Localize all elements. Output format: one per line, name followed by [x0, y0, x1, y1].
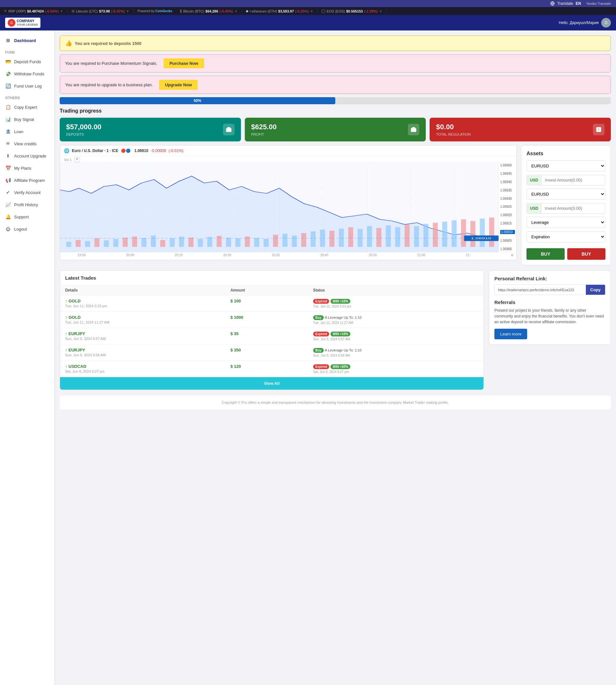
- sidebar-item-affiliate-program[interactable]: 📢 Affiliate Program: [0, 174, 54, 186]
- progress-fill: 50%: [60, 97, 335, 104]
- col-details: Details: [65, 288, 230, 293]
- profit-label: PROFIT: [251, 133, 277, 136]
- upgrade-now-button[interactable]: Upgrade Now: [159, 80, 198, 90]
- svg-rect-45: [423, 224, 428, 247]
- sidebar-item-buy-signal[interactable]: 📊 Buy Signal: [0, 113, 54, 125]
- trade-date-2: Tue, Jun 11, 2024 11:27 AM: [65, 320, 230, 324]
- sidebar-item-dashboard[interactable]: ⊞ Dashboard: [0, 34, 54, 46]
- affiliate-program-icon: 📢: [5, 177, 11, 183]
- trade-date-5: Sat, Jun 8, 2024 6:27 pm: [65, 369, 230, 373]
- trade-status-2: Buy A Leverage Up To: 1:10 Tue, Jun 11, …: [313, 315, 478, 324]
- svg-rect-3: [411, 128, 416, 132]
- alert-signal-text: You are required to Purchase Momentum Si…: [65, 61, 157, 66]
- trade-date-1: Tue, Jun 11, 2024 3:23 pm: [65, 304, 230, 308]
- leverage-select[interactable]: Leverage: [527, 217, 606, 228]
- learn-more-button[interactable]: Learn more: [494, 329, 527, 339]
- svg-rect-47: [442, 222, 447, 247]
- sidebar-item-account-upgrade[interactable]: ⬆ Account Upgrade: [0, 150, 54, 162]
- buy-button-red[interactable]: BUY: [567, 248, 606, 260]
- header-right: Hello: Дариушп/Мария D: [559, 18, 611, 28]
- translate-bar: Translate EN Yandex Translate: [0, 0, 616, 7]
- withdraw-funds-icon: 💸: [5, 71, 11, 77]
- svg-rect-12: [113, 239, 118, 247]
- withdraw-funds-label: Withdraw Funds: [14, 71, 44, 76]
- svg-rect-36: [339, 229, 344, 247]
- assets-invest-input-2[interactable]: [542, 203, 605, 213]
- copy-button[interactable]: Copy: [586, 285, 606, 295]
- ticker-xrp-name: XRP (XRP): [8, 9, 26, 13]
- svg-rect-2: [226, 128, 231, 132]
- svg-rect-43: [404, 225, 410, 247]
- chart-change-pct: (-0.01%): [169, 149, 183, 153]
- trade-symbol-5: ↑ USDCAD: [65, 364, 230, 369]
- sidebar-item-withdraw-funds[interactable]: 💸 Withdraw Funds: [0, 68, 54, 80]
- svg-rect-40: [376, 228, 381, 247]
- affiliate-program-label: Affiliate Program: [14, 178, 45, 183]
- expiration-select[interactable]: Expiration: [527, 231, 606, 243]
- purchase-now-button[interactable]: Purchase Now: [163, 59, 204, 68]
- svg-rect-27: [254, 238, 259, 247]
- svg-rect-25: [236, 238, 241, 247]
- referral-link-input[interactable]: [495, 286, 586, 294]
- trade-name-4: EURJPY: [69, 348, 85, 352]
- thumbs-up-icon: 👍: [65, 40, 72, 47]
- powered-label: Powered by: [138, 9, 156, 13]
- assets-invest-input-1[interactable]: [542, 175, 605, 185]
- trades-header: Details Amount Status: [60, 286, 484, 295]
- trade-direction-2: ↑: [65, 315, 67, 320]
- trade-direction-4: ↑: [65, 348, 67, 352]
- sidebar-item-fund-user-log[interactable]: 🔄 Fund User Log: [0, 80, 54, 92]
- dashboard-icon: ⊞: [5, 38, 11, 43]
- buy-button-green[interactable]: BUY: [527, 248, 565, 260]
- price-label-8: 1.06915: [500, 222, 515, 225]
- svg-rect-26: [245, 237, 250, 247]
- deposits-amount: $57,000.00: [66, 123, 102, 131]
- view-credits-label: View credits: [14, 141, 37, 146]
- assets-select-1[interactable]: EURUSD: [527, 160, 606, 172]
- price-label-7: 1.06920: [500, 213, 515, 217]
- progress-label: 50%: [194, 98, 201, 103]
- alert-upgrade: You are required to upgrade to a busines…: [60, 76, 611, 94]
- trade-symbol-4: ↑ EURJPY: [65, 348, 230, 352]
- vol-label: Vol 1: [64, 158, 71, 162]
- sidebar-item-deposit-funds[interactable]: 💳 Deposit Funds: [0, 55, 54, 68]
- sidebar-item-my-plans[interactable]: 📅 My Plans: [0, 162, 54, 174]
- sidebar-item-profit-history[interactable]: 📈 Profit History: [0, 199, 54, 211]
- svg-rect-7: [66, 242, 71, 247]
- regulation-amount: $0.00: [436, 123, 471, 131]
- sidebar-item-logout[interactable]: ⏻ Logout: [0, 223, 54, 235]
- sidebar-item-verify-account[interactable]: ✔ Verify Account: [0, 186, 54, 199]
- time-label-7: 20:50: [369, 253, 377, 257]
- chart-flags: 🔴🔵: [121, 149, 131, 153]
- sidebar-item-loan[interactable]: 🏦 Loan: [0, 125, 54, 138]
- table-row: ↑ EURJPY Sun, Jun 9, 2024 5:57 AM $ 35 E…: [60, 328, 484, 344]
- sidebar-item-copy-expert[interactable]: 📋 Copy Expert: [0, 101, 54, 113]
- view-credits-icon: 👁: [5, 141, 11, 146]
- sidebar-item-view-credits[interactable]: 👁 View credits: [0, 138, 54, 150]
- chart-settings-icon[interactable]: ⚙: [511, 253, 514, 257]
- trade-status-3: Expired WIN +10% Sun, Jun 9, 2024 5:57 A…: [313, 331, 478, 341]
- trade-name-5: USDCAD: [69, 364, 87, 369]
- svg-rect-35: [330, 231, 335, 247]
- profit-amount: $625.00: [251, 123, 277, 131]
- ticker-ltc-change: (-0.42%): [111, 9, 125, 13]
- svg-rect-13: [123, 237, 128, 247]
- sidebar-item-support[interactable]: 🔔 Support: [0, 211, 54, 223]
- trade-amount-3: $ 35: [230, 331, 313, 336]
- svg-rect-52: [489, 218, 494, 247]
- ticker-eth-price: $3,503.97: [278, 9, 294, 13]
- verify-account-label: Verify Account: [14, 190, 40, 195]
- view-all-button[interactable]: View All: [60, 377, 484, 390]
- footer-text: Copyright © Pro offers a simple and tran…: [222, 401, 449, 404]
- price-label-4: 1.06935: [500, 188, 515, 192]
- profit-history-icon: 📈: [5, 202, 11, 207]
- referral-section: Personal Referral Link: Copy Referrals P…: [489, 270, 611, 395]
- assets-select-2[interactable]: EURUSD: [527, 188, 606, 200]
- table-row: ↑ GOLD Tue, Jun 11, 2024 3:23 pm $ 100 E…: [60, 295, 484, 312]
- price-label-9: 1.06905: [500, 239, 515, 243]
- trade-status-date-4: Sun, Jun 9, 2024 5:56 AM: [313, 354, 478, 357]
- ticker-btc-price: $64,286: [205, 9, 218, 13]
- svg-rect-37: [348, 227, 353, 247]
- trade-date-3: Sun, Jun 9, 2024 5:57 AM: [65, 337, 230, 341]
- chart-collapse-btn[interactable]: ^: [74, 157, 80, 162]
